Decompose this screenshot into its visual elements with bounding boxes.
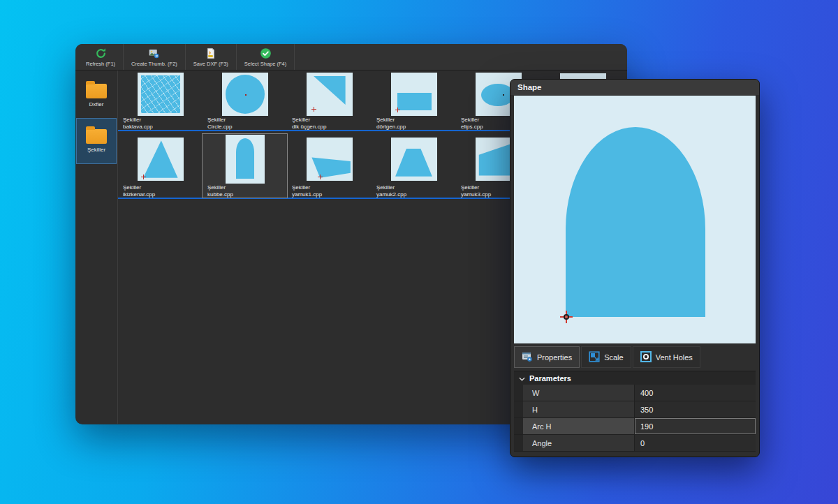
param-value-field[interactable]: 0: [635, 435, 756, 451]
row-gutter: [514, 401, 523, 417]
thumb-group-label: Şekiller: [292, 184, 322, 191]
thumb-file-label: kubbe.cpp: [207, 191, 233, 198]
folder-icon: [86, 84, 107, 98]
param-name: Angle: [523, 435, 635, 451]
origin-marker-icon: [395, 108, 400, 112]
thumb-file-label: ikizkenar.cpp: [123, 191, 155, 198]
sidebar-item-sekiller[interactable]: Şekiller: [77, 119, 116, 163]
refresh-icon: [95, 47, 107, 59]
thumb-cell-yamuk2[interactable]: Şekiller yamuk2.cpp: [372, 134, 456, 198]
thumb-canvas: [307, 73, 353, 116]
tab-scale-label: Scale: [604, 353, 624, 362]
parameters-section-header[interactable]: Parameters: [514, 371, 756, 385]
scale-icon: [589, 351, 600, 364]
sidebar-item-dxfler[interactable]: Dxfler: [77, 73, 116, 118]
origin-marker-icon: [311, 107, 316, 112]
chevron-down-icon: [519, 374, 525, 383]
thumb-file-label: yamuk1.cpp: [292, 191, 322, 198]
thumb-group-label: Şekiller: [376, 117, 406, 124]
refresh-label: Refresh (F1): [86, 61, 115, 67]
thumb-group-label: Şekiller: [207, 117, 233, 124]
thumb-cell-baklava[interactable]: Şekiller baklava.cpp: [118, 72, 203, 130]
origin-marker-icon: [318, 175, 323, 179]
thumb-file-label: baklava.cpp: [123, 124, 153, 131]
dome-preview-shape: [566, 127, 705, 317]
thumb-canvas: [226, 135, 265, 184]
select-shape-button[interactable]: Select Shape (F4): [237, 44, 295, 70]
param-row-h: H 350: [514, 401, 756, 418]
shape-panel-tabbar: Properties Scale Vent Holes: [514, 346, 756, 368]
vent-holes-icon: [640, 351, 652, 364]
param-name: Arc H: [523, 418, 635, 434]
shape-panel-title: Shape: [517, 83, 542, 91]
row-gutter: [514, 385, 523, 401]
tab-scale[interactable]: Scale: [581, 346, 631, 368]
trapezoid-shape: [391, 138, 437, 181]
thumb-canvas: [391, 138, 437, 181]
thumb-cell-dortgen[interactable]: Şekiller dörtgen.cpp: [372, 72, 456, 130]
param-row-angle: Angle 0: [514, 435, 756, 452]
thumb-file-label: elips.cpp: [461, 124, 483, 131]
folder-sidebar: Dxfler Şekiller: [75, 71, 118, 424]
thumb-canvas: [138, 73, 184, 116]
origin-dot: [503, 94, 504, 96]
thumb-file-label: Circle.cpp: [207, 124, 233, 131]
create-thumbnail-button[interactable]: Create Thumb. (F2): [124, 44, 186, 70]
thumb-group-label: Şekiller: [207, 184, 233, 191]
param-name: H: [523, 401, 635, 417]
shape-panel-window: Shape Properties: [510, 79, 760, 457]
thumb-group-label: Şekiller: [461, 184, 491, 191]
tab-vent-holes[interactable]: Vent Holes: [633, 346, 700, 368]
thumb-canvas: [222, 73, 268, 116]
param-value-field[interactable]: 350: [635, 401, 756, 417]
parameters-header-label: Parameters: [529, 374, 571, 383]
select-shape-icon: [260, 47, 272, 59]
param-row-arc-h-selected: Arc H 190: [514, 418, 756, 435]
thumb-group-label: Şekiller: [292, 117, 326, 124]
origin-dot: [245, 94, 247, 96]
dome-shape: [236, 138, 254, 179]
thumb-cell-yamuk1[interactable]: Şekiller yamuk1.cpp: [287, 134, 372, 198]
parameters-table: W 400 H 350 Arc H 190 Angle 0: [514, 385, 756, 452]
thumb-cell-kubbe-selected[interactable]: Şekiller kubbe.cpp: [203, 134, 287, 198]
thumb-group-label: Şekiller: [461, 117, 483, 124]
create-thumbnail-label: Create Thumb. (F2): [131, 61, 177, 67]
shape-panel-title-bar[interactable]: Shape: [510, 80, 759, 95]
save-dxf-label: Save DXF (F3): [193, 61, 228, 67]
thumb-canvas: [307, 138, 353, 181]
textured-square-shape: [141, 75, 180, 113]
thumb-cell-dik-ucgen[interactable]: Şekiller dik üçgen.cpp: [287, 72, 372, 130]
thumb-cell-ikizkenar[interactable]: Şekiller ikizkenar.cpp: [118, 134, 203, 198]
properties-icon: [522, 351, 533, 364]
folder-label: Şekiller: [87, 147, 105, 153]
folder-icon: [86, 129, 107, 144]
param-name: W: [523, 385, 635, 401]
folder-label: Dxfler: [89, 101, 104, 108]
thumb-canvas: [138, 138, 184, 181]
save-dxf-icon: [205, 47, 216, 59]
shape-preview-canvas[interactable]: [514, 96, 756, 343]
param-row-w: W 400: [514, 385, 756, 401]
tab-properties[interactable]: Properties: [514, 346, 580, 368]
param-value-field[interactable]: 190: [635, 418, 756, 434]
rectangle-shape: [397, 93, 432, 110]
thumb-canvas: [391, 73, 437, 116]
row-gutter: [514, 435, 523, 451]
param-value-field[interactable]: 400: [635, 385, 756, 401]
row-gutter: [514, 418, 523, 434]
origin-marker-icon: [141, 175, 146, 179]
thumb-cell-circle[interactable]: Şekiller Circle.cpp: [203, 72, 287, 130]
thumb-group-label: Şekiller: [123, 117, 153, 124]
tab-properties-label: Properties: [537, 353, 572, 362]
toolbar: Refresh (F1) Create Thumb. (F2): [75, 44, 627, 71]
thumb-file-label: yamuk3.cpp: [461, 191, 491, 198]
thumb-file-label: dörtgen.cpp: [376, 124, 406, 131]
refresh-button[interactable]: Refresh (F1): [78, 44, 124, 70]
thumb-group-label: Şekiller: [123, 184, 155, 191]
wedge-shape: [307, 138, 353, 181]
thumb-file-label: yamuk2.cpp: [376, 191, 406, 198]
create-thumbnail-icon: [148, 47, 160, 59]
thumb-file-label: dik üçgen.cpp: [292, 124, 326, 131]
save-dxf-button[interactable]: Save DXF (F3): [186, 44, 237, 70]
select-shape-label: Select Shape (F4): [244, 61, 286, 67]
